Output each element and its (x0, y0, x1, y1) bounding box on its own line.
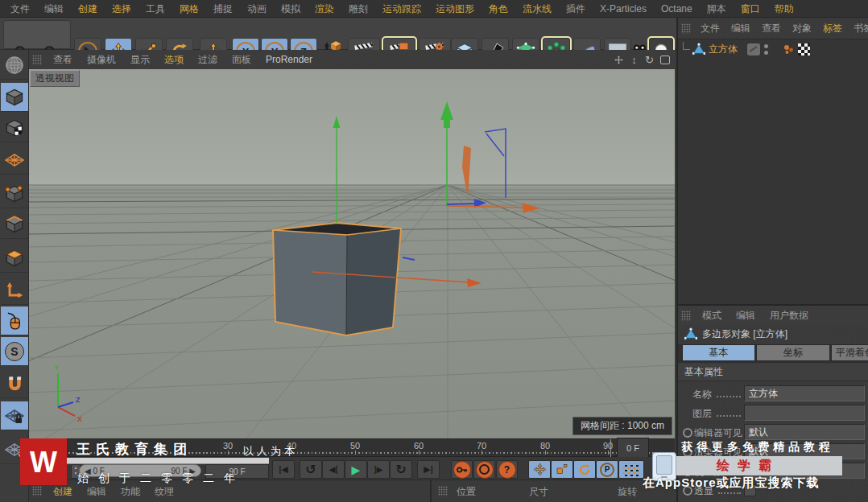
prev-frame-button[interactable]: ◀( (322, 460, 345, 479)
menu-select[interactable]: 选择 (105, 0, 138, 18)
polygons-mode-button[interactable] (1, 244, 28, 273)
scale-mode-button[interactable] (551, 460, 573, 479)
menu-snap[interactable]: 捕捉 (206, 0, 240, 18)
menu-create[interactable]: 创建 (71, 0, 105, 18)
autokey-button[interactable] (473, 460, 495, 479)
tick-label: 80 (535, 441, 556, 451)
om-menu-tags[interactable]: 标签 (817, 19, 848, 37)
goto-start-button[interactable]: |◀ (272, 460, 295, 479)
prev-key-button[interactable]: ↺ (300, 460, 322, 479)
menu-tools[interactable]: 工具 (138, 0, 172, 18)
snap-button[interactable] (1, 369, 28, 398)
menu-mograph[interactable]: 运动图形 (428, 0, 482, 18)
menu-motion-tracker[interactable]: 运动跟踪 (375, 0, 428, 18)
field-editor-visible-label: 编辑器可见 (694, 426, 742, 440)
next-key-button[interactable]: ↻ (390, 460, 412, 479)
vp-menu-display[interactable]: 显示 (123, 51, 157, 68)
goto-end-button[interactable]: ▶| (417, 460, 440, 479)
attribute-section-header[interactable]: 基本属性 (678, 364, 868, 381)
points-mode-button[interactable] (1, 179, 28, 208)
model-mode-button[interactable] (1, 113, 28, 142)
menu-animate[interactable]: 动画 (240, 0, 274, 18)
texture-tag-icon[interactable] (798, 43, 810, 56)
axis-mode-button[interactable] (1, 276, 28, 305)
vp-menu-options[interactable]: 选项 (157, 51, 191, 68)
phong-tag-icon[interactable] (783, 43, 795, 56)
simulation-button[interactable]: S (1, 337, 28, 366)
play-button[interactable]: ▶ (345, 460, 367, 479)
panel-grip-icon[interactable] (32, 55, 42, 65)
axis-x-label: X (77, 415, 82, 423)
keyframe-circle-icon[interactable] (683, 428, 692, 438)
autokey-ring-icon (479, 464, 490, 475)
object-name[interactable]: 立方体 (709, 43, 738, 56)
editor-render-dots-icon[interactable] (764, 44, 768, 55)
maximize-view-icon[interactable] (658, 53, 672, 67)
dolly-view-icon[interactable]: ↕ (627, 53, 641, 67)
panel-grip-icon[interactable] (681, 23, 691, 34)
menu-sculpt[interactable]: 雕刻 (341, 0, 375, 18)
om-menu-bookmark[interactable]: 书签 (848, 19, 868, 37)
menu-pipeline[interactable]: 流水线 (515, 0, 559, 18)
menu-octane[interactable]: Octane (654, 0, 700, 18)
move-mode-button[interactable] (528, 460, 551, 479)
panel-grip-icon[interactable] (681, 311, 691, 321)
edges-mode-button[interactable] (1, 210, 28, 239)
menu-file[interactable]: 文件 (3, 0, 37, 18)
am-menu-edit[interactable]: 编辑 (729, 307, 763, 324)
next-frame-button[interactable]: )▶ (367, 460, 390, 479)
om-menu-ed[interactable]: 编辑 (725, 19, 756, 37)
vp-menu-filter[interactable]: 过滤 (191, 51, 225, 68)
axis-y-label: Y (54, 364, 59, 372)
scene-3d: Y X Z (29, 69, 675, 438)
vp-menu-panel[interactable]: 面板 (225, 51, 258, 68)
coord-system-toggle-button[interactable]: P (596, 460, 618, 479)
viewport-canvas[interactable]: Y X Z 透视视图 网格间距 : 1000 cm (29, 69, 675, 438)
layer-input[interactable] (744, 405, 865, 421)
world-move-gizmo[interactable] (440, 101, 539, 213)
record-key-button[interactable] (451, 460, 473, 479)
make-editable-button[interactable] (1, 83, 28, 112)
panel-grip-icon[interactable] (32, 486, 42, 496)
menu-script[interactable]: 脚本 (700, 0, 734, 18)
editor-visible-dropdown[interactable]: 默认 (744, 424, 865, 440)
browser-button[interactable] (1, 51, 28, 80)
menu-edit[interactable]: 编辑 (37, 0, 71, 18)
tab-basic[interactable]: 基本 (682, 344, 755, 361)
cube-object[interactable] (273, 223, 401, 335)
rotate-mode-button[interactable] (573, 460, 596, 479)
pan-view-icon[interactable] (612, 53, 626, 67)
tab-phong[interactable]: 平滑着色 (831, 344, 868, 361)
vp-menu-view[interactable]: 查看 (46, 51, 80, 68)
am-menu-mode[interactable]: 模式 (695, 307, 729, 324)
menu-plugins[interactable]: 插件 (559, 0, 593, 18)
menu-render[interactable]: 渲染 (308, 0, 341, 18)
om-menu-object[interactable]: 对象 (787, 19, 817, 37)
om-menu-file[interactable]: 文件 (695, 19, 725, 37)
object-row[interactable]: 立方体 (678, 41, 868, 57)
panel-grip-icon[interactable] (438, 486, 448, 496)
tab-coordinates[interactable]: 坐标 (756, 344, 830, 361)
viewport-solo-button[interactable] (1, 307, 28, 335)
vp-menu-prorender[interactable]: ProRender (258, 51, 320, 68)
name-input[interactable]: 立方体 (744, 385, 865, 401)
preview-range-end-marker[interactable] (610, 439, 611, 458)
menu-character[interactable]: 角色 (482, 0, 515, 18)
om-menu-view[interactable]: 查看 (756, 19, 787, 37)
workplane-mode-button[interactable] (1, 146, 28, 175)
menu-window[interactable]: 窗口 (734, 0, 767, 18)
menu-simulate[interactable]: 模拟 (274, 0, 308, 18)
menu-xparticles[interactable]: X-Particles (593, 0, 654, 18)
rotate-view-icon[interactable]: ↻ (643, 53, 656, 67)
visibility-toggle-icon[interactable] (747, 43, 760, 56)
view-label[interactable]: 透视视图 (30, 70, 80, 87)
menu-help[interactable]: 帮助 (767, 0, 801, 18)
menu-mesh[interactable]: 网格 (172, 0, 206, 18)
field-editor-visible: 编辑器可见 默认 (683, 422, 866, 442)
globe-icon (5, 56, 24, 75)
help-button[interactable]: ? (496, 460, 518, 479)
am-menu-userdata[interactable]: 用户数据 (763, 307, 816, 324)
lock-workplane-button[interactable] (1, 401, 28, 430)
options-grid-button[interactable] (618, 460, 644, 479)
vp-menu-camera[interactable]: 摄像机 (80, 51, 123, 68)
